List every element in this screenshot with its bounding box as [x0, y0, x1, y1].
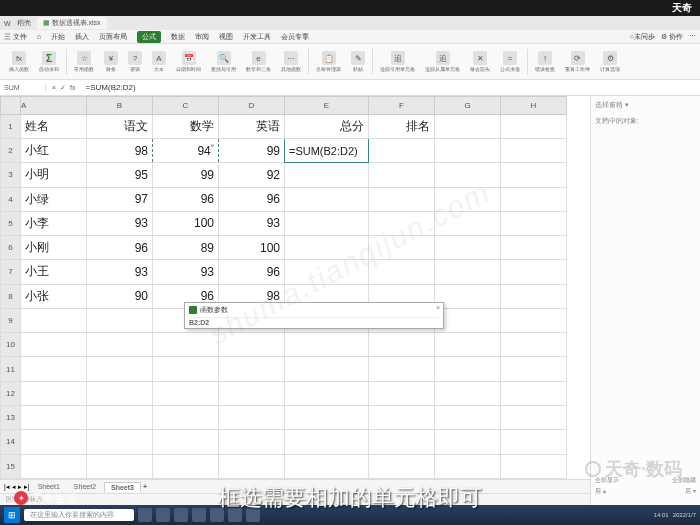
col-header-D[interactable]: D	[219, 97, 285, 115]
cell-A10[interactable]	[21, 333, 87, 357]
cell-B4[interactable]: 97	[87, 187, 153, 211]
cell-A2[interactable]: 小红	[21, 138, 87, 162]
header-cell-F[interactable]: 排名	[369, 114, 435, 138]
cell-E14[interactable]	[285, 430, 369, 454]
cell-D4[interactable]: 96	[219, 187, 285, 211]
cell-C7[interactable]: 93	[153, 260, 219, 284]
cell-E2[interactable]: =SUM(B2:D2)	[285, 138, 369, 162]
menu-home-icon[interactable]: ⌂	[37, 33, 41, 40]
ribbon-计算选项[interactable]: ⚙计算选项	[597, 51, 623, 72]
cell-A12[interactable]	[21, 381, 87, 405]
collab-button[interactable]: ⚙ 协作	[661, 32, 683, 42]
cell-C15[interactable]	[153, 454, 219, 478]
cell-B11[interactable]	[87, 357, 153, 381]
cell-B10[interactable]	[87, 333, 153, 357]
cell-H3[interactable]	[501, 163, 567, 187]
cell-E6[interactable]	[285, 236, 369, 260]
col-header-H[interactable]: H	[501, 97, 567, 115]
cell-A15[interactable]	[21, 454, 87, 478]
cell-B12[interactable]	[87, 381, 153, 405]
menu-data[interactable]: 数据	[171, 32, 185, 42]
cell-A14[interactable]	[21, 430, 87, 454]
cell-D5[interactable]: 93	[219, 211, 285, 235]
cell-D3[interactable]: 92	[219, 163, 285, 187]
cell-E5[interactable]	[285, 211, 369, 235]
ribbon-重算工作簿[interactable]: ⟳重算工作簿	[562, 51, 593, 72]
cell-G9[interactable]	[435, 308, 501, 332]
cell-B13[interactable]	[87, 406, 153, 430]
cell-B9[interactable]	[87, 308, 153, 332]
cell-A7[interactable]: 小王	[21, 260, 87, 284]
menu-dev[interactable]: 开发工具	[243, 32, 271, 42]
cell-F11[interactable]	[369, 357, 435, 381]
ribbon-查找与引用[interactable]: 🔍查找与引用	[208, 51, 239, 72]
cell-B8[interactable]: 90	[87, 284, 153, 308]
col-header-G[interactable]: G	[435, 97, 501, 115]
cell-G7[interactable]	[435, 260, 501, 284]
cell-A6[interactable]: 小刚	[21, 236, 87, 260]
cell-E3[interactable]	[285, 163, 369, 187]
cell-F12[interactable]	[369, 381, 435, 405]
header-cell-D[interactable]: 英语	[219, 114, 285, 138]
col-header-B[interactable]: B	[87, 97, 153, 115]
ribbon-文本[interactable]: A文本	[149, 51, 169, 72]
file-tab[interactable]: ▦ 数据透视表.xlsx	[37, 17, 107, 29]
cell-A9[interactable]	[21, 308, 87, 332]
cell-H8[interactable]	[501, 284, 567, 308]
cell-B7[interactable]: 93	[87, 260, 153, 284]
cell-E4[interactable]	[285, 187, 369, 211]
cell-E10[interactable]	[285, 333, 369, 357]
col-header-E[interactable]: E	[285, 97, 369, 115]
cell-A11[interactable]	[21, 357, 87, 381]
fx-icon[interactable]: fx	[70, 84, 75, 92]
cell-G4[interactable]	[435, 187, 501, 211]
cell-B14[interactable]	[87, 430, 153, 454]
cell-D11[interactable]	[219, 357, 285, 381]
ribbon-移去箭头[interactable]: ✕移去箭头	[467, 51, 493, 72]
header-cell-A[interactable]: 姓名	[21, 114, 87, 138]
cell-F4[interactable]	[369, 187, 435, 211]
ribbon-追踪引用单元格[interactable]: 追追踪引用单元格	[377, 51, 418, 72]
col-header-F[interactable]: F	[369, 97, 435, 115]
cell-C14[interactable]	[153, 430, 219, 454]
cell-E12[interactable]	[285, 381, 369, 405]
cell-G10[interactable]	[435, 333, 501, 357]
cell-C2[interactable]: 94°	[153, 138, 219, 162]
cell-G12[interactable]	[435, 381, 501, 405]
cell-F6[interactable]	[369, 236, 435, 260]
close-icon[interactable]: ×	[436, 304, 440, 311]
tab-secondary[interactable]: 稻壳	[17, 18, 31, 28]
ribbon-粘贴[interactable]: ✎粘贴	[348, 51, 368, 72]
cell-H9[interactable]	[501, 308, 567, 332]
cancel-formula-icon[interactable]: ×	[52, 84, 56, 92]
cell-H4[interactable]	[501, 187, 567, 211]
col-header-C[interactable]: C	[153, 97, 219, 115]
cell-D12[interactable]	[219, 381, 285, 405]
cell-B5[interactable]: 93	[87, 211, 153, 235]
cell-G5[interactable]	[435, 211, 501, 235]
cell-F15[interactable]	[369, 454, 435, 478]
menu-view[interactable]: 视图	[219, 32, 233, 42]
menu-insert[interactable]: 插入	[75, 32, 89, 42]
ribbon-追踪从属单元格[interactable]: 追追踪从属单元格	[422, 51, 463, 72]
cell-G13[interactable]	[435, 406, 501, 430]
ribbon-数学和三角[interactable]: e数学和三角	[243, 51, 274, 72]
cell-G3[interactable]	[435, 163, 501, 187]
cell-C10[interactable]	[153, 333, 219, 357]
cell-H15[interactable]	[501, 454, 567, 478]
cell-H11[interactable]	[501, 357, 567, 381]
ribbon-日期和时间[interactable]: 📅日期和时间	[173, 51, 204, 72]
cell-F14[interactable]	[369, 430, 435, 454]
ribbon-名称管理器[interactable]: 📋名称管理器	[313, 51, 344, 72]
cell-C11[interactable]	[153, 357, 219, 381]
cell-H10[interactable]	[501, 333, 567, 357]
cell-D13[interactable]	[219, 406, 285, 430]
cell-H12[interactable]	[501, 381, 567, 405]
cell-B6[interactable]: 96	[87, 236, 153, 260]
cell-D14[interactable]	[219, 430, 285, 454]
cell-A3[interactable]: 小明	[21, 163, 87, 187]
cell-C3[interactable]: 99	[153, 163, 219, 187]
header-cell-G[interactable]	[435, 114, 501, 138]
cell-F2[interactable]	[369, 138, 435, 162]
cell-D6[interactable]: 100	[219, 236, 285, 260]
